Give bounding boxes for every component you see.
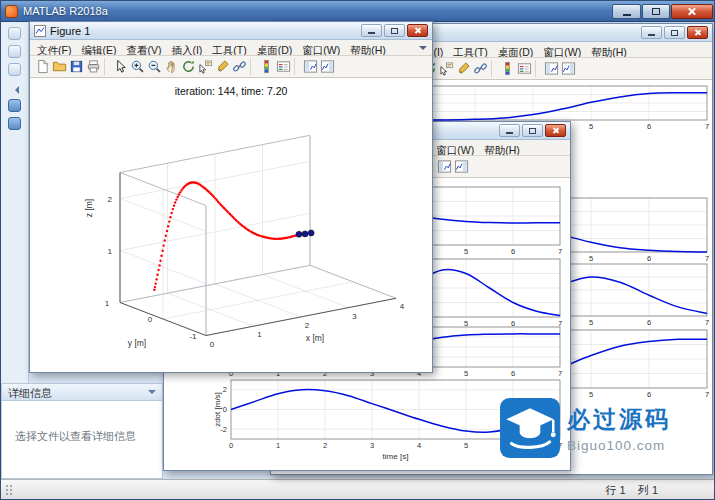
minimize-icon[interactable] — [361, 24, 382, 37]
figure1-plot-area[interactable]: 01234-10112x [m]y [m]z [m]iteration: 144… — [30, 78, 432, 372]
watermark-title: 必过源码 — [567, 404, 671, 435]
menu-item[interactable]: 桌面(D) — [493, 44, 539, 58]
menu-item[interactable]: 查看(V) — [121, 42, 166, 56]
pan-icon[interactable] — [163, 58, 180, 75]
svg-text:7: 7 — [558, 369, 562, 378]
menu-item[interactable]: 编辑(E) — [76, 42, 121, 56]
figure1-title: Figure 1 — [50, 25, 361, 37]
minimize-icon[interactable] — [499, 124, 520, 137]
link-plot-icon[interactable] — [231, 58, 251, 75]
close-icon[interactable] — [545, 124, 566, 137]
figure3-window-buttons — [641, 26, 708, 39]
svg-text:x [m]: x [m] — [306, 333, 324, 343]
svg-text:6: 6 — [511, 369, 515, 378]
show-plot-tools-icon[interactable] — [319, 58, 336, 75]
menu-item[interactable]: 帮助(H) — [345, 42, 391, 56]
zoom-out-icon[interactable] — [146, 58, 163, 75]
details-panel-title: 详细信息 — [8, 387, 52, 399]
figure1-window: Figure 1 文件(F)编辑(E)查看(V)插入(I)工具(T)桌面(D)窗… — [29, 21, 433, 373]
toolstrip-icon[interactable] — [8, 63, 21, 76]
status-bar: 行 1 列 1 — [1, 479, 715, 500]
statusbar-grip-icon[interactable] — [5, 484, 14, 497]
matlab-app-icon — [5, 5, 18, 18]
brush-icon[interactable] — [214, 58, 231, 75]
show-plot-tools-icon[interactable] — [560, 60, 577, 77]
menu-item[interactable]: 帮助(H) — [479, 142, 525, 156]
watermark: 必过源码 Biguo100.com — [499, 393, 699, 463]
figure1-menubar: 文件(F)编辑(E)查看(V)插入(I)工具(T)桌面(D)窗口(W)帮助(H) — [30, 40, 432, 56]
insert-legend-icon[interactable] — [275, 58, 295, 75]
maximize-icon[interactable] — [522, 124, 543, 137]
menu-item[interactable]: 文件(F) — [32, 42, 76, 56]
save-figure-icon[interactable] — [68, 58, 85, 75]
open-file-icon[interactable] — [51, 58, 68, 75]
edit-plot-icon[interactable] — [112, 58, 129, 75]
watermark-domain: Biguo100.com — [567, 438, 671, 453]
data-cursor-icon[interactable] — [438, 60, 455, 77]
svg-text:2: 2 — [223, 385, 227, 394]
menu-item[interactable]: 插入(I) — [166, 42, 207, 56]
close-icon[interactable] — [407, 24, 428, 37]
menu-item[interactable]: 工具(T) — [207, 42, 251, 56]
svg-text:0: 0 — [223, 405, 227, 414]
svg-text:5: 5 — [589, 254, 593, 263]
menu-item[interactable]: 窗口(W) — [538, 44, 586, 58]
minimize-icon[interactable] — [641, 26, 662, 39]
print-figure-icon[interactable] — [85, 58, 105, 75]
svg-text:2: 2 — [305, 321, 310, 330]
maximize-icon[interactable] — [642, 4, 670, 19]
svg-text:0: 0 — [148, 315, 153, 324]
svg-text:6: 6 — [647, 318, 651, 327]
chevron-down-icon[interactable] — [148, 390, 156, 398]
zoom-in-icon[interactable] — [129, 58, 146, 75]
hide-plot-tools-icon[interactable] — [302, 58, 319, 75]
close-icon[interactable] — [687, 26, 708, 39]
new-figure-icon[interactable] — [34, 58, 51, 75]
hide-plot-tools-icon[interactable] — [543, 60, 560, 77]
insert-colorbar-icon[interactable] — [499, 60, 516, 77]
hide-plot-tools-icon[interactable] — [436, 158, 453, 175]
svg-text:7: 7 — [705, 390, 709, 399]
menu-item[interactable]: 桌面(D) — [252, 42, 298, 56]
brush-icon[interactable] — [455, 60, 472, 77]
svg-text:5: 5 — [464, 441, 468, 450]
svg-text:5: 5 — [464, 369, 468, 378]
menu-item[interactable]: 窗口(W) — [297, 42, 345, 56]
insert-colorbar-icon[interactable] — [258, 58, 275, 75]
details-panel-header[interactable]: 详细信息 — [2, 384, 162, 401]
show-plot-tools-icon[interactable] — [453, 158, 470, 175]
maximize-icon[interactable] — [384, 24, 405, 37]
svg-text:5: 5 — [464, 247, 468, 256]
figure1-titlebar[interactable]: Figure 1 — [30, 22, 432, 40]
details-panel-placeholder: 选择文件以查看详细信息 — [2, 401, 162, 444]
folder-shortcut-icon[interactable] — [8, 117, 21, 130]
figure1-toolbar — [30, 56, 432, 78]
menu-overflow-icon[interactable] — [419, 46, 427, 54]
insert-legend-icon[interactable] — [516, 60, 536, 77]
svg-text:2: 2 — [108, 195, 113, 204]
figure-window-icon — [34, 25, 46, 37]
toolstrip-icon[interactable] — [8, 27, 21, 40]
svg-text:y [m]: y [m] — [128, 338, 146, 348]
svg-text:6: 6 — [647, 254, 651, 263]
svg-text:7: 7 — [558, 247, 562, 256]
rotate-3d-icon[interactable] — [180, 58, 197, 75]
svg-text:5: 5 — [589, 122, 593, 131]
cursor-position-indicator: 行 1 列 1 — [605, 483, 658, 498]
folder-shortcut-icon[interactable] — [8, 99, 21, 112]
toolstrip-icon[interactable] — [8, 45, 21, 58]
svg-text:1: 1 — [108, 247, 113, 256]
svg-text:0: 0 — [210, 340, 215, 349]
menu-item[interactable]: 工具(T) — [448, 44, 492, 58]
svg-text:2: 2 — [323, 441, 327, 450]
maximize-icon[interactable] — [664, 26, 685, 39]
menu-item[interactable]: 窗口(W) — [431, 142, 479, 156]
figure2-window-buttons — [499, 124, 566, 137]
data-cursor-icon[interactable] — [197, 58, 214, 75]
menu-item[interactable]: 帮助(H) — [586, 44, 632, 58]
link-plot-icon[interactable] — [472, 60, 492, 77]
close-icon[interactable] — [671, 4, 713, 19]
main-window-titlebar[interactable]: MATLAB R2018a — [1, 1, 715, 22]
collapse-panel-icon[interactable] — [11, 86, 19, 94]
minimize-icon[interactable] — [612, 4, 641, 19]
